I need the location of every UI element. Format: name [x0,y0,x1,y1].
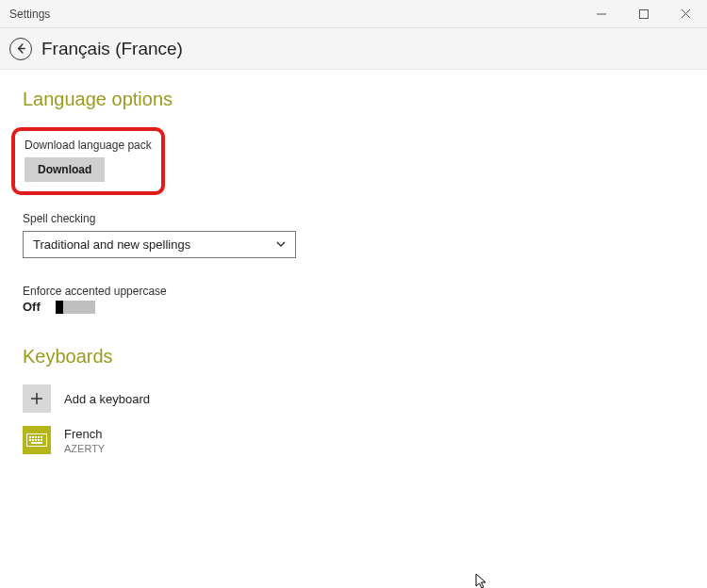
svg-rect-14 [32,439,34,441]
svg-rect-11 [38,436,40,438]
spell-checking-select[interactable]: Traditional and new spellings [23,231,296,258]
content-area: Language options Download language pack … [0,70,707,486]
keyboard-item-french[interactable]: French AZERTY [23,426,684,454]
keyboard-layout: AZERTY [64,443,105,454]
svg-rect-9 [32,436,34,438]
svg-rect-13 [29,439,31,441]
cursor-icon [475,573,488,588]
section-keyboards: Keyboards [23,346,684,368]
titlebar: Settings [0,0,707,28]
spell-checking-value: Traditional and new spellings [23,231,296,258]
page-header: Français (France) [0,28,707,70]
download-button[interactable]: Download [25,157,105,182]
svg-rect-1 [639,9,648,18]
add-keyboard-button[interactable]: Add a keyboard [23,384,684,413]
section-language-options: Language options [23,89,684,110]
svg-rect-17 [41,439,42,441]
toggle-state-text: Off [23,300,41,314]
plus-icon [23,384,51,413]
svg-rect-10 [35,436,37,438]
keyboard-text-block: French AZERTY [64,427,105,454]
toggle-knob [56,301,63,314]
minimize-button[interactable] [580,0,622,28]
accented-uppercase-row: Off [23,300,684,314]
window-controls [580,0,707,28]
svg-rect-12 [41,436,42,438]
keyboard-icon [23,426,51,454]
keyboard-name: French [64,427,105,441]
svg-rect-8 [29,436,31,438]
close-button[interactable] [665,0,707,28]
svg-rect-15 [35,439,37,441]
add-keyboard-label: Add a keyboard [64,392,150,406]
spell-checking-label: Spell checking [23,212,684,225]
svg-rect-16 [38,439,40,441]
accented-uppercase-toggle[interactable] [56,301,95,314]
svg-rect-18 [31,442,42,444]
app-title: Settings [0,8,580,21]
accented-uppercase-label: Enforce accented uppercase [23,285,684,298]
download-pack-label: Download language pack [25,139,152,152]
maximize-button[interactable] [622,0,665,28]
back-button[interactable] [9,38,32,60]
download-pack-highlight: Download language pack Download [11,127,165,195]
page-title: Français (France) [41,39,183,59]
